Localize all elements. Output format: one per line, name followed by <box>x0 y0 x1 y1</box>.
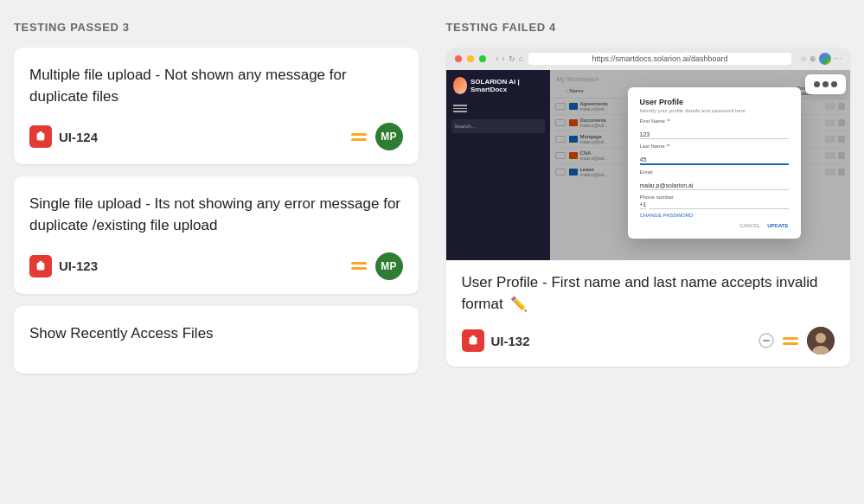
email-input[interactable] <box>640 182 789 190</box>
right-card-right <box>758 327 835 354</box>
avatar-photo-3 <box>807 327 835 354</box>
screenshot-card: ‹ › ↻ ⌂ https://smartdocs.solarion.ai/da… <box>446 48 851 367</box>
browser-maximize-btn <box>479 55 486 62</box>
priority-eq-2 <box>351 262 367 270</box>
modal-subtitle: Identify your profile details and passwo… <box>640 108 789 113</box>
svg-rect-2 <box>37 262 45 270</box>
card-1-left: UI-124 <box>29 125 98 148</box>
cancel-button[interactable]: CANCEL <box>739 223 760 228</box>
card-2-footer: UI-123 MP <box>29 252 403 280</box>
card-1-text: Multiple file upload - Not shown any mes… <box>29 65 403 107</box>
eq-line-2b <box>351 267 367 270</box>
eq-line-1b <box>351 138 367 141</box>
nav-home-icon: ⌂ <box>519 54 523 63</box>
bug-icon-3 <box>462 329 484 352</box>
nav-forward-icon: › <box>502 54 505 63</box>
right-card-body: User Profile - First name and last name … <box>446 260 851 367</box>
card-3-text: Show Recently Access Files <box>29 323 403 345</box>
bug-icon-2 <box>29 255 52 278</box>
last-name-input[interactable] <box>640 156 789 165</box>
avatar-2: MP <box>375 252 403 280</box>
menu-line-2 <box>453 108 467 110</box>
update-button[interactable]: UPDATE <box>767 223 788 228</box>
bug-svg-3 <box>467 335 479 347</box>
three-dots-popup <box>805 74 846 94</box>
issue-id-1: UI-124 <box>59 130 98 144</box>
eq-line-3a <box>783 337 798 340</box>
right-column-title: TESTING FAILED 4 <box>446 21 851 34</box>
right-column: TESTING FAILED 4 ‹ › ↻ ⌂ https://smartdo… <box>432 0 865 504</box>
dot-1 <box>814 81 820 87</box>
menu-line-3 <box>453 111 467 112</box>
svg-rect-0 <box>37 133 45 141</box>
app-sidebar: SOLARION AI | SmartDocx Search... <box>446 70 550 260</box>
phone-label: Phone number <box>640 195 789 200</box>
card-2-text: Single file upload - Its not showing any… <box>29 194 403 236</box>
svg-rect-5 <box>471 335 475 338</box>
issue-id-2: UI-123 <box>59 258 98 273</box>
svg-rect-4 <box>469 337 477 345</box>
avatar-face-svg <box>807 327 835 354</box>
logo-icon <box>453 77 468 94</box>
first-name-label: First Name * <box>640 118 789 124</box>
card-1-footer: UI-124 MP <box>29 123 403 150</box>
app-main: My Workspace ↕ Name ↕ Created Processing… <box>550 70 851 260</box>
card-2: Single file upload - Its not showing any… <box>14 176 419 293</box>
nav-back-icon: ‹ <box>496 54 499 63</box>
email-label: Email <box>640 169 789 175</box>
star-icon: ☆ <box>800 54 807 63</box>
bookmark-icon: ⊕ <box>810 54 816 63</box>
bug-svg-2 <box>35 260 47 272</box>
search-placeholder: Search... <box>455 124 476 129</box>
user-profile-modal: User Profile Identify your profile detai… <box>628 87 801 239</box>
browser-nav-arrows: ‹ › ↻ ⌂ <box>496 54 523 63</box>
svg-point-7 <box>816 333 826 343</box>
priority-eq-3 <box>783 337 798 345</box>
dot-3 <box>831 81 837 87</box>
eq-line-1a <box>351 133 367 136</box>
left-column-title: TESTING PASSED 3 <box>14 21 419 34</box>
change-password-link[interactable]: CHANGE PASSWORD <box>640 213 789 218</box>
app-screenshot: SOLARION AI | SmartDocx Search... My Wor… <box>446 70 851 260</box>
dot-2 <box>822 81 829 87</box>
issue-id-3: UI-132 <box>491 334 530 348</box>
minus-icon <box>758 333 774 348</box>
more-icon: ⋯ <box>834 54 842 63</box>
menu-line-1 <box>453 105 467 106</box>
card-2-right: MP <box>351 252 403 280</box>
eq-line-2a <box>351 262 367 265</box>
priority-eq-1 <box>351 133 367 141</box>
logo-text: SOLARION AI | SmartDocx <box>470 78 542 93</box>
right-card-left: UI-132 <box>462 329 530 352</box>
modal-overlay: User Profile Identify your profile detai… <box>550 70 851 260</box>
svg-rect-3 <box>39 260 42 263</box>
card-1: Multiple file upload - Not shown any mes… <box>14 48 419 164</box>
avatar-1: MP <box>375 123 403 150</box>
card-3: Show Recently Access Files <box>14 306 419 374</box>
eq-line-3b <box>783 342 798 345</box>
browser-action-icons: ☆ ⊕ ⋯ <box>800 53 842 65</box>
svg-rect-1 <box>39 131 42 134</box>
sidebar-search: Search... <box>451 119 545 133</box>
card-2-left: UI-123 <box>29 255 98 278</box>
right-card-text: User Profile - First name and last name … <box>462 272 835 315</box>
phone-row: +1 <box>640 201 789 209</box>
modal-actions: CANCEL UPDATE <box>640 223 789 228</box>
phone-input-line <box>650 201 788 209</box>
modal-title: User Profile <box>640 98 789 106</box>
minus-line <box>763 340 770 341</box>
bug-icon-1 <box>29 125 52 148</box>
browser-minimize-btn <box>467 55 474 62</box>
card-1-right: MP <box>351 123 403 150</box>
right-card-footer: UI-132 <box>462 327 835 354</box>
browser-chrome: ‹ › ↻ ⌂ https://smartdocs.solarion.ai/da… <box>446 48 851 70</box>
nav-refresh-icon: ↻ <box>509 54 515 63</box>
browser-close-btn <box>455 55 462 62</box>
browser-url-bar[interactable]: https://smartdocs.solarion.ai/dashboard <box>528 53 791 65</box>
first-name-input[interactable] <box>640 131 789 139</box>
left-column: TESTING PASSED 3 Multiple file upload - … <box>0 0 432 504</box>
bug-svg-1 <box>35 131 47 143</box>
last-name-label: Last Name * <box>640 144 789 149</box>
profile-circle-icon <box>819 53 831 65</box>
sidebar-menu-lines <box>446 101 550 116</box>
